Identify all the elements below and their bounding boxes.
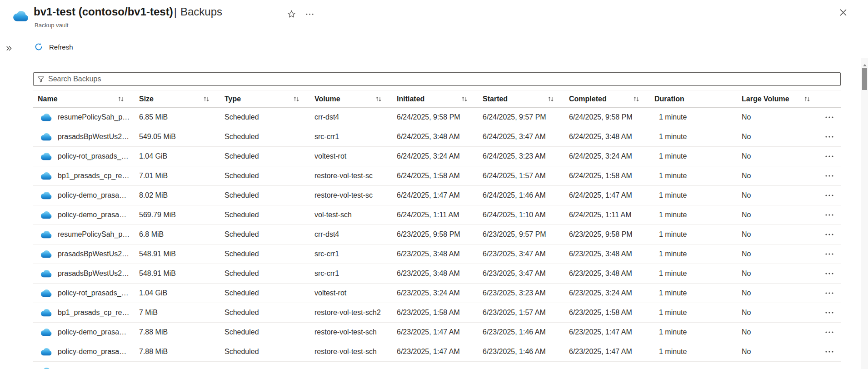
- table-row[interactable]: policy-demo_prasa… 8.02 MiB Scheduled re…: [33, 186, 841, 205]
- backup-cloud-icon: [40, 211, 52, 219]
- cell-size: 569.79 MiB: [139, 211, 224, 219]
- favorite-star-icon[interactable]: [284, 7, 298, 21]
- column-header-initiated[interactable]: Initiated: [397, 90, 483, 107]
- column-header-duration[interactable]: Duration: [654, 90, 742, 107]
- page-title: bv1-test (contoso/bv1-test)|Backups: [34, 5, 222, 18]
- row-more-menu-icon[interactable]: [823, 115, 835, 120]
- column-header-type[interactable]: Type: [224, 90, 314, 107]
- cell-volume: src-crr1: [314, 250, 397, 258]
- backup-name: policy-demo_prasa…: [58, 191, 126, 199]
- sort-icon: [203, 96, 210, 102]
- sort-icon: [633, 96, 639, 102]
- table-row[interactable]: policy-demo_prasa… 7.88 MiB Scheduled re…: [33, 323, 841, 342]
- cell-started: 6/23/2025, 1:57 AM: [483, 309, 569, 317]
- cell-size: 1.04 GiB: [139, 289, 224, 297]
- cell-duration: 1 minute: [654, 191, 742, 199]
- cell-started: 6/23/2025, 1:46 AM: [483, 328, 569, 336]
- cell-menu: [825, 251, 841, 257]
- table-row[interactable]: bp1_prasads_cp_re… 7 MiB Scheduled resto…: [33, 303, 841, 323]
- table-row[interactable]: resumePolicySah_p… 6.85 MiB Scheduled cr…: [33, 108, 841, 127]
- cell-duration: 1 minute: [654, 230, 742, 239]
- cell-large-volume: No: [742, 152, 825, 160]
- row-more-menu-icon[interactable]: [823, 290, 835, 296]
- refresh-icon: [35, 43, 43, 51]
- row-more-menu-icon[interactable]: [823, 349, 835, 354]
- cell-started: 6/24/2025, 3:47 AM: [483, 133, 569, 141]
- table-row[interactable]: prasadsBpWestUs2… 548.91 MiB Scheduled s…: [33, 264, 841, 284]
- backup-cloud-icon: [40, 250, 52, 258]
- cell-name: prasadsBpWestUs2…: [33, 250, 139, 258]
- column-header-name[interactable]: Name: [33, 90, 139, 107]
- cell-type: Scheduled: [224, 133, 314, 141]
- search-backups-input[interactable]: [48, 75, 837, 83]
- cell-volume: restore-vol-test-sc: [314, 172, 397, 180]
- column-header-completed[interactable]: Completed: [569, 90, 654, 107]
- row-more-menu-icon[interactable]: [823, 232, 835, 237]
- backup-name: resumePolicySah_p…: [58, 113, 130, 121]
- table-row[interactable]: policy-rot_prasads_… 1.04 GiB Scheduled …: [33, 147, 841, 166]
- vertical-scrollbar[interactable]: [861, 58, 868, 369]
- expand-menu-chevron-icon[interactable]: [5, 44, 13, 54]
- row-more-menu-icon[interactable]: [823, 173, 835, 179]
- table-row[interactable]: resumePolicySah_p… 6.8 MiB Scheduled crr…: [33, 225, 841, 244]
- row-more-menu-icon[interactable]: [823, 154, 835, 159]
- cell-volume: voltest-rot: [314, 152, 397, 160]
- backup-cloud-icon: [40, 231, 52, 239]
- cell-large-volume: No: [742, 289, 825, 297]
- cell-size: 7.88 MiB: [139, 328, 224, 336]
- backup-cloud-icon: [40, 289, 52, 297]
- backup-vault-icon: [13, 11, 29, 24]
- cell-completed: 6/23/2025, 3:24 AM: [569, 289, 654, 297]
- backup-cloud-icon: [40, 133, 52, 141]
- table-row[interactable]: prasadsBpWestUs2… 549.05 MiB Scheduled s…: [33, 127, 841, 147]
- cell-duration: 1 minute: [654, 328, 742, 336]
- cell-initiated: 6/23/2025, 1:47 AM: [397, 348, 483, 356]
- cell-type: Scheduled: [224, 172, 314, 180]
- cell-menu: [825, 310, 841, 315]
- scroll-up-arrow-icon[interactable]: [861, 62, 868, 68]
- backup-name: policy-rot_prasads_…: [58, 152, 129, 160]
- cell-size: 6.85 MiB: [139, 113, 224, 121]
- close-icon[interactable]: [836, 5, 850, 19]
- cell-name: bp1_prasads_cp_re…: [33, 172, 139, 180]
- backup-name: policy-rot_prasads_…: [58, 289, 129, 297]
- cell-initiated: 6/24/2025, 3:24 AM: [397, 152, 483, 160]
- cell-started: 6/24/2025, 1:10 AM: [483, 211, 569, 219]
- cell-large-volume: No: [742, 348, 825, 356]
- table-row[interactable]: prasadsBpWestUs2… 548.91 MiB Scheduled s…: [33, 244, 841, 264]
- sort-icon: [548, 96, 554, 102]
- row-more-menu-icon[interactable]: [823, 212, 835, 218]
- table-row[interactable]: [33, 362, 841, 369]
- search-box: [33, 72, 841, 86]
- column-header-large_volume[interactable]: Large Volume: [742, 90, 825, 107]
- column-header-started[interactable]: Started: [483, 90, 569, 107]
- table-row[interactable]: policy-demo_prasa… 569.79 MiB Scheduled …: [33, 205, 841, 225]
- row-more-menu-icon[interactable]: [823, 193, 835, 198]
- table-row[interactable]: bp1_prasads_cp_re… 7.01 MiB Scheduled re…: [33, 166, 841, 186]
- row-more-menu-icon[interactable]: [823, 251, 835, 257]
- row-more-menu-icon[interactable]: [823, 134, 835, 140]
- cell-menu: [825, 173, 841, 179]
- table-row[interactable]: policy-demo_prasa… 7.88 MiB Scheduled re…: [33, 342, 841, 362]
- row-more-menu-icon[interactable]: [823, 310, 835, 315]
- backups-blade: bv1-test (contoso/bv1-test)|Backups Back…: [0, 0, 868, 369]
- column-header-volume[interactable]: Volume: [314, 90, 397, 107]
- cell-large-volume: No: [742, 191, 825, 199]
- column-header-size[interactable]: Size: [139, 90, 224, 107]
- column-header-label: Volume: [314, 95, 340, 103]
- row-more-menu-icon[interactable]: [823, 271, 835, 276]
- cell-type: Scheduled: [224, 230, 314, 239]
- header-more-icon[interactable]: [303, 7, 316, 21]
- sort-icon: [461, 96, 468, 102]
- cell-initiated: 6/23/2025, 3:24 AM: [397, 289, 483, 297]
- refresh-button[interactable]: Refresh: [35, 43, 73, 51]
- table-row[interactable]: policy-rot_prasads_… 1.04 GiB Scheduled …: [33, 284, 841, 303]
- cell-type: Scheduled: [224, 269, 314, 278]
- scrollbar-thumb[interactable]: [862, 68, 867, 90]
- cell-duration: 1 minute: [654, 309, 742, 317]
- cell-completed: 6/23/2025, 3:48 AM: [569, 250, 654, 258]
- row-more-menu-icon[interactable]: [823, 329, 835, 335]
- cell-started: 6/23/2025, 1:46 AM: [483, 348, 569, 356]
- cell-initiated: 6/24/2025, 1:11 AM: [397, 211, 483, 219]
- cell-duration: 1 minute: [654, 348, 742, 356]
